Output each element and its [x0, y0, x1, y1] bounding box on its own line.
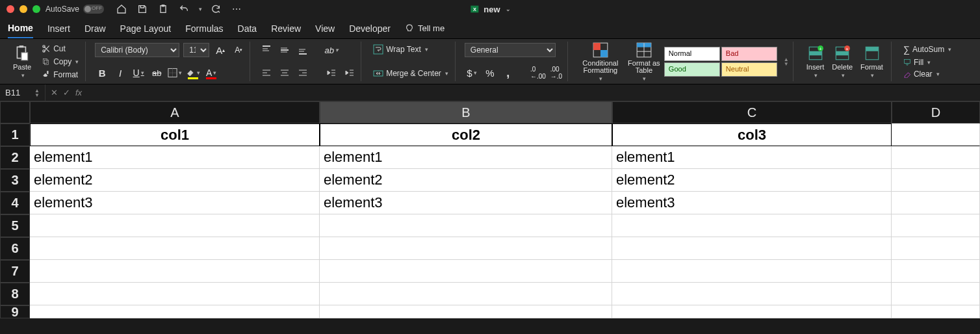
strikethrough-button[interactable]: ab: [149, 66, 164, 80]
more-icon[interactable]: ⋯: [229, 2, 244, 16]
save-icon[interactable]: [135, 2, 149, 16]
cell-A6[interactable]: [30, 237, 320, 260]
clipboard-icon[interactable]: [156, 2, 170, 16]
cell-C2[interactable]: element1: [612, 146, 892, 169]
cell-A2[interactable]: element1: [30, 146, 320, 169]
copy-button[interactable]: Copy▾: [39, 56, 81, 68]
font-name-select[interactable]: Calibri (Body): [95, 43, 179, 57]
row-header-7[interactable]: 7: [0, 260, 30, 283]
cell-C5[interactable]: [612, 214, 892, 237]
align-right-icon[interactable]: [296, 66, 310, 80]
style-neutral[interactable]: Neutral: [721, 62, 777, 77]
comma-button[interactable]: ,: [501, 66, 515, 80]
cell-D8[interactable]: [892, 283, 980, 305]
col-header-B[interactable]: B: [320, 101, 612, 123]
cell-B7[interactable]: [320, 260, 612, 283]
cell-B4[interactable]: element3: [320, 192, 612, 214]
increase-indent-icon[interactable]: [342, 66, 357, 80]
cell-C7[interactable]: [612, 260, 892, 283]
styles-scroll[interactable]: ▲▼: [784, 57, 789, 66]
style-bad[interactable]: Bad: [721, 47, 777, 61]
row-header-8[interactable]: 8: [0, 283, 30, 305]
col-header-A[interactable]: A: [30, 101, 320, 123]
row-header-2[interactable]: 2: [0, 146, 30, 169]
fill-color-button[interactable]: ▾: [186, 66, 200, 80]
row-header-4[interactable]: 4: [0, 192, 30, 214]
increase-decimal-icon[interactable]: .0←.00: [531, 66, 545, 80]
cell-B8[interactable]: [320, 283, 612, 305]
decrease-decimal-icon[interactable]: .00→.0: [549, 66, 563, 80]
italic-button[interactable]: I: [113, 66, 127, 80]
cell-D3[interactable]: [892, 169, 980, 192]
clear-button[interactable]: Clear▾: [901, 68, 954, 80]
align-left-icon[interactable]: [259, 66, 274, 80]
document-title[interactable]: X new ⌄: [469, 4, 510, 14]
enter-formula-icon[interactable]: ✓: [63, 88, 70, 97]
fx-icon[interactable]: fx: [75, 88, 82, 97]
select-all-corner[interactable]: [0, 101, 30, 123]
cancel-formula-icon[interactable]: ✕: [51, 88, 58, 97]
cell-C1[interactable]: col3: [612, 123, 892, 146]
cell-A9[interactable]: [30, 305, 320, 318]
col-header-D[interactable]: D: [892, 101, 980, 123]
cell-A5[interactable]: [30, 214, 320, 237]
tab-insert[interactable]: Insert: [47, 19, 70, 38]
row-header-5[interactable]: 5: [0, 214, 30, 237]
cell-D1[interactable]: [892, 123, 980, 146]
cell-D9[interactable]: [892, 305, 980, 318]
paste-button[interactable]: Paste ▾: [9, 44, 35, 80]
undo-icon[interactable]: [177, 2, 191, 16]
col-header-C[interactable]: C: [612, 101, 892, 123]
cell-B3[interactable]: element2: [320, 169, 612, 192]
format-painter-button[interactable]: Format: [39, 69, 81, 81]
fill-button[interactable]: Fill▾: [901, 57, 954, 68]
row-header-1[interactable]: 1: [0, 123, 30, 146]
format-as-table-button[interactable]: Format as Table▾: [624, 40, 664, 83]
number-format-select[interactable]: General: [465, 43, 556, 57]
cell-C6[interactable]: [612, 237, 892, 260]
autosum-button[interactable]: ∑AutoSum▾: [901, 43, 954, 56]
cell-A8[interactable]: [30, 283, 320, 305]
cell-A1[interactable]: col1: [30, 123, 320, 146]
decrease-indent-icon[interactable]: [324, 66, 339, 80]
cell-D2[interactable]: [892, 146, 980, 169]
tab-data[interactable]: Data: [238, 19, 257, 38]
currency-button[interactable]: $▾: [465, 66, 479, 80]
tab-draw[interactable]: Draw: [84, 19, 106, 38]
name-box[interactable]: B11▲▼: [0, 84, 45, 101]
format-cells-button[interactable]: Format▾: [857, 43, 887, 80]
close-window-button[interactable]: [6, 5, 14, 13]
tell-me[interactable]: Tell me: [405, 23, 445, 33]
cell-B2[interactable]: element1: [320, 146, 612, 169]
cell-B5[interactable]: [320, 214, 612, 237]
cell-C8[interactable]: [612, 283, 892, 305]
tab-developer[interactable]: Developer: [349, 19, 391, 38]
minimize-window-button[interactable]: [19, 5, 27, 13]
cell-B6[interactable]: [320, 237, 612, 260]
formula-bar[interactable]: [87, 84, 980, 101]
borders-button[interactable]: ▾: [168, 66, 182, 80]
percent-button[interactable]: %: [483, 66, 497, 80]
row-header-6[interactable]: 6: [0, 237, 30, 260]
tab-home[interactable]: Home: [8, 19, 33, 38]
cell-D4[interactable]: [892, 192, 980, 214]
style-good[interactable]: Good: [664, 62, 720, 77]
autosave-toggle[interactable]: AutoSave: [45, 5, 104, 14]
row-header-3[interactable]: 3: [0, 169, 30, 192]
orientation-button[interactable]: ab▾: [324, 43, 339, 57]
redo-icon[interactable]: [209, 2, 223, 16]
row-header-9[interactable]: 9: [0, 305, 30, 318]
tab-review[interactable]: Review: [271, 19, 301, 38]
bold-button[interactable]: B: [95, 66, 109, 80]
cell-D7[interactable]: [892, 260, 980, 283]
font-size-select[interactable]: 11: [183, 43, 209, 57]
cell-C4[interactable]: element3: [612, 192, 892, 214]
home-icon[interactable]: [114, 2, 129, 16]
tab-view[interactable]: View: [315, 19, 335, 38]
cell-B1[interactable]: col2: [320, 123, 612, 146]
undo-dropdown[interactable]: ▾: [199, 6, 202, 12]
underline-button[interactable]: U▾: [131, 66, 146, 80]
cell-A4[interactable]: element3: [30, 192, 320, 214]
style-normal[interactable]: Normal: [664, 47, 720, 61]
grow-font-icon[interactable]: A▴: [213, 43, 227, 57]
